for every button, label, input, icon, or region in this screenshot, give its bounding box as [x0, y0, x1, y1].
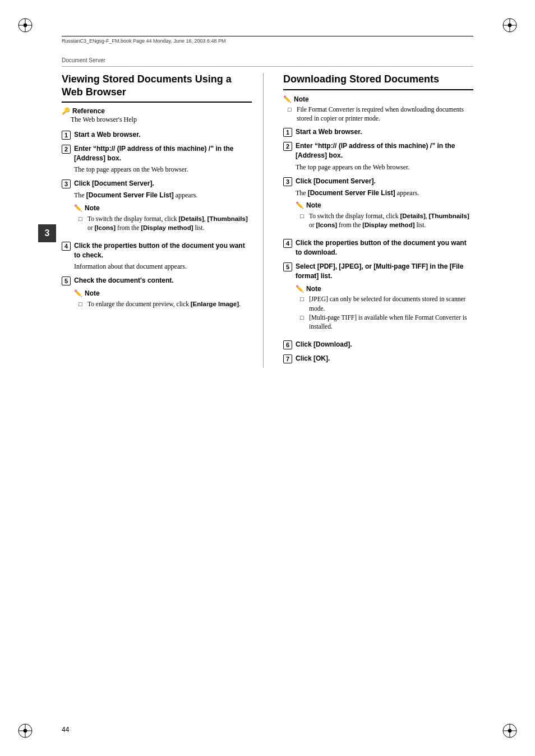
pencil-icon-4: ✏️	[296, 201, 304, 210]
left-step-4: 4 Click the properties button of the doc…	[62, 241, 252, 271]
right-step-number-6: 6	[283, 340, 292, 349]
content-area: Viewing Stored Documents Using a Web Bro…	[62, 73, 473, 700]
left-section-heading: Viewing Stored Documents Using a Web Bro…	[62, 73, 252, 103]
right-step-3: 3 Click [Document Server]. The [Document…	[283, 177, 473, 234]
reference-block: 🔑 Reference The Web browser's Help	[62, 107, 252, 125]
left-step5-note: ✏️ Note □ To enlarge the document previe…	[74, 289, 252, 308]
right-section-heading: Downloading Stored Documents	[283, 73, 473, 90]
pencil-icon-2: ✏️	[74, 289, 82, 298]
header-info: RussianC3_ENgsg-F_FM.book Page 44 Monday…	[62, 36, 473, 44]
reference-text: The Web browser's Help	[71, 115, 252, 125]
right-step-number-3: 3	[283, 177, 292, 186]
page-number: 44	[62, 726, 69, 734]
left-step-3: 3 Click [Document Server]. The [Document…	[62, 179, 252, 237]
section-label: Document Server	[62, 57, 105, 63]
svg-point-11	[24, 729, 27, 732]
svg-point-15	[508, 729, 511, 732]
reference-title: 🔑 Reference	[62, 107, 252, 115]
step-number-1: 1	[62, 131, 71, 140]
two-column-layout: Viewing Stored Documents Using a Web Bro…	[62, 73, 473, 368]
left-step-5: 5 Check the document's content. ✏️ Note …	[62, 276, 252, 313]
section-divider	[62, 66, 473, 67]
right-step-number-4: 4	[283, 239, 292, 248]
corner-mark-bl	[17, 722, 34, 739]
right-step-number-5: 5	[283, 262, 292, 271]
step-number-5: 5	[62, 276, 71, 285]
chapter-tab: 3	[38, 224, 56, 242]
corner-mark-br	[501, 722, 518, 739]
key-icon: 🔑	[62, 107, 70, 115]
right-step-6: 6 Click [Download].	[283, 340, 473, 349]
right-step-2: 2 Enter “http:// (IP address of this mac…	[283, 141, 473, 172]
svg-point-3	[24, 24, 27, 27]
left-column: Viewing Stored Documents Using a Web Bro…	[62, 73, 264, 368]
corner-mark-tr	[501, 17, 518, 34]
step-number-2: 2	[62, 145, 71, 154]
right-step-number-7: 7	[283, 354, 292, 363]
right-step-number-2: 2	[283, 142, 292, 151]
pencil-icon-3: ✏️	[283, 95, 292, 104]
right-step-1: 1 Start a Web browser.	[283, 127, 473, 137]
pencil-icon-1: ✏️	[74, 204, 82, 213]
left-step3-note: ✏️ Note □ To switch the display format, …	[74, 204, 252, 232]
right-step-7: 7 Click [OK].	[283, 354, 473, 363]
step-number-4: 4	[62, 242, 71, 251]
right-step5-note: ✏️ Note □ [JPEG] can only be selected fo…	[296, 284, 473, 331]
right-step-5: 5 Select [PDF], [JPEG], or [Multi-page T…	[283, 262, 473, 335]
right-step-number-1: 1	[283, 128, 292, 137]
svg-point-7	[508, 24, 511, 27]
page: RussianC3_ENgsg-F_FM.book Page 44 Monday…	[0, 0, 535, 756]
right-step-4: 4 Click the properties button of the doc…	[283, 238, 473, 257]
right-column: Downloading Stored Documents ✏️ Note □ F…	[280, 73, 473, 368]
right-step3-note: ✏️ Note □ To switch the display format, …	[296, 201, 473, 229]
left-step-1: 1 Start a Web browser.	[62, 130, 252, 140]
step-number-3: 3	[62, 179, 71, 188]
pencil-icon-5: ✏️	[296, 284, 304, 294]
corner-mark-tl	[17, 17, 34, 34]
header-text: RussianC3_ENgsg-F_FM.book Page 44 Monday…	[62, 38, 226, 44]
right-top-note: ✏️ Note □ File Format Converter is requi…	[283, 95, 473, 123]
left-step-2: 2 Enter “http:// (IP address of this mac…	[62, 144, 252, 174]
